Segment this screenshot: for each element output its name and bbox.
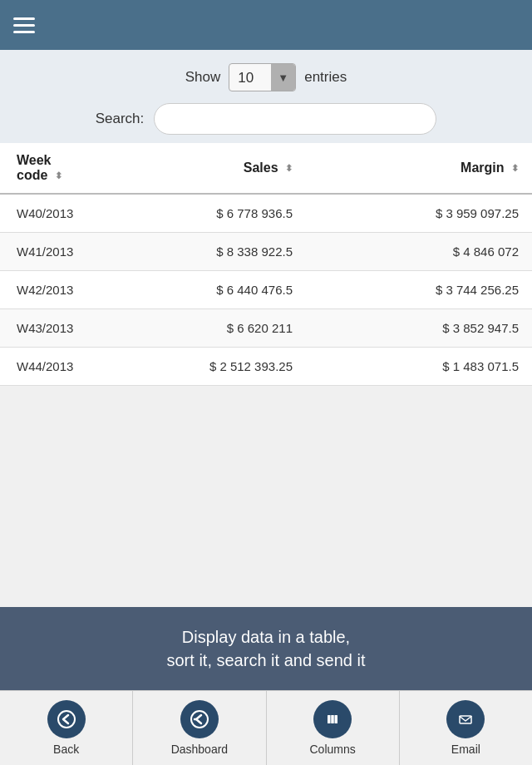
search-label: Search: bbox=[96, 111, 145, 127]
nav-back[interactable]: Back bbox=[0, 691, 133, 765]
cell-margin: $ 4 846 072 bbox=[299, 233, 532, 271]
cell-sales: $ 8 338 922.5 bbox=[133, 233, 299, 271]
dashboard-icon bbox=[180, 700, 219, 738]
col-header-sales[interactable]: Sales ⬍ bbox=[133, 143, 299, 194]
back-icon bbox=[47, 700, 86, 738]
entries-label: entries bbox=[304, 69, 347, 86]
cell-margin: $ 1 483 071.5 bbox=[299, 348, 532, 386]
table-row: W41/2013$ 8 338 922.5$ 4 846 072 bbox=[0, 233, 532, 271]
data-table-container: Weekcode ⬍ Sales ⬍ Margin ⬍ W40/2013$ 6 … bbox=[0, 143, 532, 386]
cell-margin: $ 3 852 947.5 bbox=[299, 309, 532, 348]
cell-week-code: W40/2013 bbox=[0, 194, 133, 233]
nav-back-label: Back bbox=[53, 743, 79, 756]
table-row: W42/2013$ 6 440 476.5$ 3 744 256.25 bbox=[0, 271, 532, 309]
tooltip-line1: Display data in a table, bbox=[182, 628, 350, 646]
table-row: W44/2013$ 2 512 393.25$ 1 483 071.5 bbox=[0, 348, 532, 386]
menu-button[interactable] bbox=[13, 17, 35, 33]
search-input[interactable] bbox=[154, 103, 436, 135]
email-icon bbox=[446, 700, 485, 738]
cell-sales: $ 6 440 476.5 bbox=[133, 271, 299, 309]
cell-week-code: W42/2013 bbox=[0, 271, 133, 309]
tooltip-text: Display data in a table, sort it, search… bbox=[25, 625, 507, 672]
entries-select[interactable]: 10 25 50 100 bbox=[229, 67, 271, 89]
search-row: Search: bbox=[17, 103, 515, 135]
cell-week-code: W44/2013 bbox=[0, 348, 133, 386]
tooltip-line2: sort it, search it and send it bbox=[166, 651, 365, 669]
table-row: W43/2013$ 6 620 211$ 3 852 947.5 bbox=[0, 309, 532, 348]
cell-sales: $ 6 620 211 bbox=[133, 309, 299, 348]
cell-sales: $ 2 512 393.25 bbox=[133, 348, 299, 386]
controls-area: Show 10 25 50 100 ▼ entries Search: bbox=[0, 50, 532, 143]
cell-sales: $ 6 778 936.5 bbox=[133, 194, 299, 233]
nav-columns[interactable]: Columns bbox=[267, 691, 400, 765]
cell-margin: $ 3 744 256.25 bbox=[299, 271, 532, 309]
tooltip-overlay: Display data in a table, sort it, search… bbox=[0, 607, 532, 690]
svg-rect-4 bbox=[328, 715, 331, 723]
sort-icon-week: ⬍ bbox=[55, 170, 62, 181]
app-header bbox=[0, 0, 532, 50]
nav-columns-label: Columns bbox=[310, 743, 356, 756]
nav-dashboard[interactable]: Dashboard bbox=[133, 691, 266, 765]
cell-week-code: W43/2013 bbox=[0, 309, 133, 348]
data-table: Weekcode ⬍ Sales ⬍ Margin ⬍ W40/2013$ 6 … bbox=[0, 143, 532, 386]
cell-margin: $ 3 959 097.25 bbox=[299, 194, 532, 233]
svg-rect-5 bbox=[331, 715, 334, 723]
svg-point-0 bbox=[58, 711, 75, 728]
show-label: Show bbox=[185, 69, 221, 86]
entries-select-wrapper[interactable]: 10 25 50 100 ▼ bbox=[229, 63, 296, 91]
nav-email[interactable]: Email bbox=[400, 691, 532, 765]
table-header-row: Weekcode ⬍ Sales ⬍ Margin ⬍ bbox=[0, 143, 532, 194]
entries-row: Show 10 25 50 100 ▼ entries bbox=[17, 63, 515, 91]
sort-icon-sales: ⬍ bbox=[285, 163, 293, 174]
select-arrow-icon: ▼ bbox=[271, 64, 295, 91]
table-row: W40/2013$ 6 778 936.5$ 3 959 097.25 bbox=[0, 194, 532, 233]
svg-rect-6 bbox=[335, 715, 338, 723]
nav-email-label: Email bbox=[451, 743, 480, 756]
nav-dashboard-label: Dashboard bbox=[171, 743, 229, 756]
bottom-nav: Back Dashboard Columns bbox=[0, 690, 532, 765]
col-header-margin[interactable]: Margin ⬍ bbox=[299, 143, 532, 194]
columns-icon bbox=[313, 700, 352, 738]
sort-icon-margin: ⬍ bbox=[511, 163, 519, 174]
cell-week-code: W41/2013 bbox=[0, 233, 133, 271]
col-header-week-code[interactable]: Weekcode ⬍ bbox=[0, 143, 133, 194]
